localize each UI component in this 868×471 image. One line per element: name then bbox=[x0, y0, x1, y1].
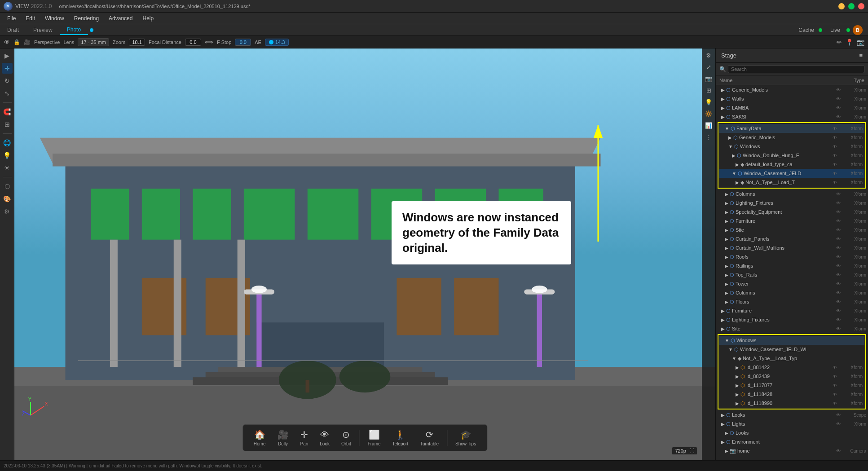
vis-icon[interactable]: 👁 bbox=[832, 162, 838, 167]
tool-home[interactable]: 🏠 Home bbox=[248, 427, 271, 448]
tree-id-882439[interactable]: ▶ ⬡ Id_882439 👁 Xform bbox=[719, 372, 864, 381]
vp-settings-btn[interactable]: ⚙ bbox=[704, 50, 714, 60]
mat-tool[interactable]: 🎨 bbox=[2, 194, 13, 204]
obj-tool[interactable]: ⬡ bbox=[2, 181, 13, 192]
tree-floors[interactable]: ▶ ⬡ Floors 👁 Xform bbox=[716, 297, 868, 306]
camera-snap-icon[interactable]: 📷 bbox=[857, 39, 864, 46]
vis-icon[interactable]: 👁 bbox=[832, 171, 838, 176]
tree-environment[interactable]: ▶ ⬡ Environment bbox=[716, 437, 868, 446]
vis-icon[interactable]: 👁 bbox=[835, 273, 842, 277]
vp-grid-btn[interactable]: ⊞ bbox=[704, 85, 714, 95]
tree-saksi[interactable]: ▶ ⬡ SAKSI 👁 Xform bbox=[716, 112, 868, 121]
sun-tool[interactable]: ☀ bbox=[2, 163, 13, 173]
vis-icon[interactable]: 👁 bbox=[832, 144, 838, 149]
stage-tree[interactable]: ▶ ⬡ Generic_Models 👁 Xform ▶ ⬡ Walls 👁 X… bbox=[716, 85, 868, 460]
vis-icon[interactable]: 👁 bbox=[835, 106, 842, 110]
tree-id-881422[interactable]: ▶ ⬡ Id_881422 👁 Xform bbox=[719, 363, 864, 372]
vis-icon[interactable]: 👁 bbox=[832, 180, 838, 185]
tree-roofs[interactable]: ▶ ⬡ Roofs 👁 Xform bbox=[716, 252, 868, 261]
maximize-button[interactable] bbox=[848, 3, 855, 9]
viewport[interactable]: Windows are now instanced geometry of th… bbox=[14, 48, 715, 460]
tree-curtain-mullions[interactable]: ▶ ⬡ Curtain_Wall_Mullions 👁 Xform bbox=[716, 243, 868, 252]
tree-site[interactable]: ▶ ⬡ Site 👁 Xform bbox=[716, 225, 868, 234]
vis-icon[interactable]: 👁 bbox=[835, 422, 842, 427]
vis-icon[interactable]: 👁 bbox=[835, 210, 842, 215]
tree-furniture-top[interactable]: ▶ ⬡ Furniture 👁 Xform bbox=[716, 306, 868, 315]
vp-light-btn[interactable]: 💡 bbox=[704, 97, 714, 107]
tree-default-load[interactable]: ▶ ◆ default_load_type_ca 👁 Xform bbox=[719, 160, 864, 169]
tree-fd-generic[interactable]: ▶ ⬡ Generic_Models 👁 Xform bbox=[719, 133, 864, 142]
tree-familydata[interactable]: ▼ ⬡ FamilyData 👁 Xform bbox=[719, 124, 864, 133]
zoom-value[interactable]: 18.1 bbox=[129, 39, 145, 46]
vis-icon[interactable]: 👁 bbox=[832, 392, 838, 397]
env-tool[interactable]: 🌐 bbox=[2, 137, 13, 148]
vis-icon[interactable]: 👁 bbox=[835, 237, 842, 242]
snap-tool[interactable]: 🧲 bbox=[2, 106, 13, 117]
tree-looks-2[interactable]: ▶ ⬡ Looks bbox=[716, 428, 868, 437]
tree-fd-windows[interactable]: ▼ ⬡ Windows 👁 Xform bbox=[719, 142, 864, 151]
tree-lighting-top[interactable]: ▶ ⬡ Lighting_Fixtures 👁 Xform bbox=[716, 315, 868, 324]
tool-showtips[interactable]: 🎓 Show Tips bbox=[450, 427, 481, 448]
close-button[interactable] bbox=[858, 3, 864, 9]
tree-furniture[interactable]: ▶ ⬡ Furniture 👁 Xform bbox=[716, 216, 868, 225]
vis-icon[interactable]: 👁 bbox=[835, 317, 842, 322]
menu-edit[interactable]: Edit bbox=[21, 14, 40, 22]
profile-avatar[interactable]: B bbox=[853, 25, 863, 35]
tree-generic-models[interactable]: ▶ ⬡ Generic_Models 👁 Xform bbox=[716, 85, 868, 94]
tree-windows-lower[interactable]: ▼ ⬡ Windows bbox=[719, 336, 864, 345]
tree-columns[interactable]: ▶ ⬡ Columns 👁 Xform bbox=[716, 189, 868, 198]
tree-curtain-panels[interactable]: ▶ ⬡ Curtain_Panels 👁 Xform bbox=[716, 234, 868, 243]
rotate-tool[interactable]: ↻ bbox=[2, 75, 13, 86]
tree-tower[interactable]: ▶ ⬡ Tower 👁 Xform bbox=[716, 279, 868, 288]
tree-lighting[interactable]: ▶ ⬡ Lighting_Fixtures 👁 Xform bbox=[716, 198, 868, 207]
tree-not-atype-lower[interactable]: ▼ ◆ Not_A_Type__Load_Typ bbox=[719, 354, 864, 363]
menu-window[interactable]: Window bbox=[40, 14, 69, 22]
vis-icon[interactable]: 👁 bbox=[835, 201, 842, 206]
pin-icon[interactable]: 📍 bbox=[846, 39, 853, 46]
vp-render-btn[interactable]: 🔆 bbox=[704, 109, 714, 119]
tree-window-double[interactable]: ▶ ⬡ Window_Double_Hung_F 👁 Xform bbox=[719, 151, 864, 160]
vis-icon[interactable]: 👁 bbox=[835, 228, 842, 233]
vis-icon[interactable]: 👁 bbox=[832, 374, 838, 379]
tool-orbit[interactable]: ⊙ Orbit bbox=[336, 427, 357, 448]
vis-icon[interactable]: 👁 bbox=[835, 326, 842, 331]
fstop-value[interactable]: 0.0 bbox=[235, 39, 251, 46]
tree-not-atype[interactable]: ▶ ◆ Not_A_Type__Load_T 👁 Xform bbox=[719, 178, 864, 187]
eye-icon[interactable]: 👁 bbox=[4, 39, 10, 46]
pencil-icon[interactable]: ✏ bbox=[837, 39, 842, 46]
menu-help[interactable]: Help bbox=[138, 14, 158, 22]
tool-teleport[interactable]: 🚶 Teleport bbox=[387, 427, 414, 448]
tool-dolly[interactable]: 🎥 Dolly bbox=[272, 427, 294, 448]
tree-id-1118990[interactable]: ▶ ⬡ Id_1118990 👁 Xform bbox=[719, 399, 864, 408]
menu-advanced[interactable]: Advanced bbox=[104, 14, 137, 22]
vis-icon[interactable]: 👁 bbox=[835, 264, 842, 269]
fullscreen-icon[interactable]: ⛶ bbox=[689, 448, 694, 453]
tree-top-rails[interactable]: ▶ ⬡ Top_Rails 👁 Xform bbox=[716, 270, 868, 279]
search-input[interactable] bbox=[728, 65, 864, 73]
light-tool[interactable]: 💡 bbox=[2, 150, 13, 161]
vis-icon[interactable]: 👁 bbox=[835, 114, 842, 119]
menu-file[interactable]: File bbox=[3, 14, 20, 22]
tree-site-top[interactable]: ▶ ⬡ Site 👁 Xform bbox=[716, 324, 868, 333]
vis-icon[interactable]: 👁 bbox=[832, 153, 838, 158]
stage-filter-icon[interactable]: ≡ bbox=[859, 52, 863, 59]
tree-looks[interactable]: ▶ ⬡ Looks 👁 Scope bbox=[716, 410, 868, 419]
tool-turntable[interactable]: ⟳ Turntable bbox=[414, 427, 444, 448]
tool-look[interactable]: 👁 Look bbox=[314, 428, 335, 448]
tree-id-1118428[interactable]: ▶ ⬡ Id_1118428 👁 Xform bbox=[719, 390, 864, 399]
vp-expand-btn[interactable]: ⤢ bbox=[704, 62, 714, 72]
vis-icon[interactable]: 👁 bbox=[835, 88, 842, 92]
vis-icon[interactable]: 👁 bbox=[835, 97, 842, 101]
vis-icon[interactable]: 👁 bbox=[832, 365, 838, 370]
vis-icon[interactable]: 👁 bbox=[835, 282, 842, 286]
tree-lights[interactable]: ▶ ⬡ Lights 👁 Xform bbox=[716, 419, 868, 428]
vis-icon[interactable]: 👁 bbox=[832, 401, 838, 406]
move-icon[interactable]: ⟺ bbox=[205, 39, 213, 45]
tree-railings[interactable]: ▶ ⬡ Railings 👁 Xform bbox=[716, 261, 868, 270]
render-photo[interactable]: Photo bbox=[60, 25, 88, 35]
grid-tool[interactable]: ⊞ bbox=[2, 119, 13, 130]
tool-pan[interactable]: ✛ Pan bbox=[295, 427, 314, 448]
vis-icon[interactable]: 👁 bbox=[835, 219, 842, 224]
move-tool[interactable]: ✛ bbox=[2, 63, 13, 74]
tree-id-1117877[interactable]: ▶ ⬡ Id_1117877 👁 Xform bbox=[719, 381, 864, 390]
